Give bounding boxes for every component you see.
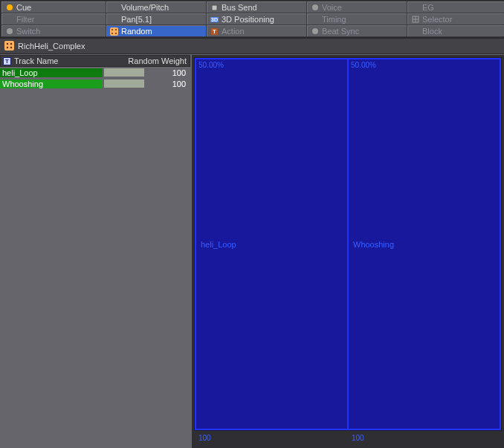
blank-icon — [411, 4, 419, 12]
tab-label: Cue — [16, 3, 31, 12]
tab-beat-sync[interactable]: Beat Sync — [307, 25, 407, 36]
table-row[interactable]: Whooshing 100 — [0, 78, 190, 89]
probability-cell[interactable]: 50.00% heli_Loop — [195, 58, 349, 430]
tab-volume-pitch[interactable]: Volume/Pitch — [106, 1, 206, 13]
probability-cell[interactable]: 50.00% Whooshing — [347, 58, 501, 430]
probability-label: heli_Loop — [201, 240, 236, 249]
grid-icon — [411, 16, 419, 24]
col-random-weight[interactable]: Random Weight — [103, 56, 190, 65]
tab-label: Pan[5.1] — [121, 15, 152, 24]
blank-icon — [411, 27, 419, 36]
weight-bar[interactable] — [104, 79, 144, 88]
tab-label: Random — [121, 27, 152, 36]
svg-rect-13 — [4, 41, 14, 51]
tab-label: Filter — [16, 15, 34, 24]
circle-icon — [311, 27, 319, 36]
tab-label: Action — [222, 27, 245, 36]
probability-label: Whooshing — [353, 240, 394, 249]
tab-label: Volume/Pitch — [121, 3, 169, 12]
tab-label: EG — [422, 3, 434, 12]
random-tab-panel: Cue Volume/Pitch Bus Send Voice EG Filte… — [0, 0, 504, 448]
text-column-icon: T — [3, 57, 11, 65]
svg-point-12 — [312, 28, 318, 34]
probability-canvas-panel: 50.00% heli_Loop 50.00% Whooshing 100 10… — [192, 55, 504, 448]
tab-block[interactable]: Block — [407, 25, 504, 36]
svg-point-2 — [312, 4, 318, 10]
dot-icon — [5, 4, 13, 12]
tab-label: Beat Sync — [322, 27, 359, 36]
probability-percent: 50.00% — [351, 61, 376, 69]
circle-icon — [5, 27, 13, 36]
circle-icon — [311, 4, 319, 12]
tab-bus-send[interactable]: Bus Send — [207, 1, 306, 13]
tab-label: Voice — [322, 3, 342, 12]
probability-bottom-row: 100 100 — [195, 432, 501, 445]
property-tabbar: Cue Volume/Pitch Bus Send Voice EG Filte… — [0, 0, 504, 38]
breadcrumb-label: RichHeli_Complex — [18, 42, 85, 51]
body-split: T Track Name Random Weight heli_Loop 100… — [0, 54, 504, 448]
probability-canvas[interactable]: 50.00% heli_Loop 50.00% Whooshing — [195, 58, 501, 430]
svg-point-16 — [7, 47, 8, 48]
weight-value[interactable]: 100 — [144, 79, 190, 88]
weight-bar-fill — [104, 68, 144, 77]
tab-label: 3D Positioning — [222, 15, 274, 24]
blank-icon — [311, 16, 319, 24]
blank-icon — [110, 4, 118, 12]
bottom-weight[interactable]: 100 — [348, 432, 501, 445]
weight-bar[interactable] — [104, 68, 144, 77]
tab-3d-positioning[interactable]: 3D3D Positioning — [207, 13, 306, 25]
tab-filter[interactable]: Filter — [1, 13, 106, 25]
tab-selector[interactable]: Selector — [407, 13, 504, 25]
track-list-panel: T Track Name Random Weight heli_Loop 100… — [0, 55, 190, 448]
weight-value[interactable]: 100 — [144, 68, 190, 77]
dice-icon — [110, 27, 118, 36]
svg-rect-7 — [110, 27, 118, 36]
col-label: Random Weight — [128, 56, 187, 65]
square-icon — [210, 4, 219, 12]
breadcrumb: RichHeli_Complex — [0, 38, 504, 54]
badge-3d-icon: 3D — [210, 16, 219, 24]
svg-point-6 — [7, 28, 13, 34]
track-name-cell: Whooshing — [0, 79, 103, 88]
svg-point-15 — [10, 43, 12, 45]
tab-pan[interactable]: Pan[5.1] — [106, 13, 206, 25]
probability-percent: 50.00% — [198, 61, 224, 69]
svg-point-8 — [112, 29, 113, 30]
col-label: Track Name — [14, 56, 59, 65]
svg-point-0 — [7, 4, 13, 10]
blank-icon — [5, 16, 13, 24]
svg-point-14 — [7, 43, 8, 45]
track-list-header: T Track Name Random Weight — [0, 55, 190, 67]
tab-label: Switch — [16, 27, 40, 36]
svg-point-11 — [115, 33, 117, 34]
weight-bar-fill — [104, 79, 144, 88]
tab-label: Selector — [422, 15, 452, 24]
tab-cue[interactable]: Cue — [1, 1, 106, 13]
svg-point-9 — [115, 29, 117, 30]
badge-t-icon: T — [210, 27, 219, 36]
tab-label: Bus Send — [222, 3, 257, 12]
bottom-weight[interactable]: 100 — [195, 432, 348, 445]
col-track-name[interactable]: T Track Name — [1, 56, 103, 65]
svg-point-10 — [112, 33, 113, 34]
blank-icon — [110, 16, 118, 24]
tab-label: Block — [422, 27, 442, 36]
track-name-cell: heli_Loop — [0, 68, 103, 77]
dice-icon — [4, 41, 15, 51]
svg-point-17 — [10, 47, 12, 48]
tab-timing[interactable]: Timing — [307, 13, 407, 25]
tab-voice[interactable]: Voice — [307, 1, 407, 13]
tab-label: Timing — [322, 15, 346, 24]
tab-eg[interactable]: EG — [407, 1, 504, 13]
tab-action[interactable]: TAction — [207, 25, 306, 36]
svg-rect-1 — [212, 5, 217, 10]
tab-switch[interactable]: Switch — [1, 25, 106, 36]
tab-random[interactable]: Random — [106, 25, 206, 36]
table-row[interactable]: heli_Loop 100 — [0, 67, 190, 78]
